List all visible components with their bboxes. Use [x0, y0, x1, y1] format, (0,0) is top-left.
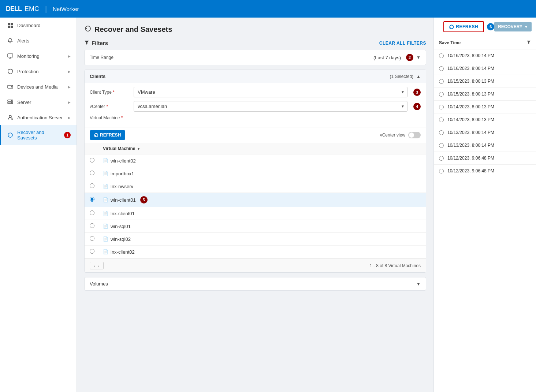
right-panel-actions: REFRESH 6 RECOVERY ▼: [434, 18, 536, 36]
client-type-select-wrapper: VMware ▼: [134, 87, 407, 97]
save-time-value-6: 10/14/2023, 8:00:13 PM: [447, 117, 494, 122]
svg-rect-4: [8, 54, 13, 57]
vcenter-select-wrapper: vcsa.amer.lan ▼: [134, 101, 407, 112]
sidebar-item-dashboard[interactable]: Dashboard: [0, 18, 77, 33]
save-time-filter-icon[interactable]: [526, 40, 531, 45]
vcenter-select[interactable]: vcsa.amer.lan: [134, 101, 407, 112]
save-time-radio-8[interactable]: [439, 143, 444, 148]
sidebar-label-server: Server: [17, 100, 64, 105]
svg-rect-2: [8, 26, 10, 28]
vm-refresh-button[interactable]: REFRESH: [90, 130, 125, 140]
vm-radio-lnx-client01[interactable]: [90, 210, 94, 215]
save-time-radio-4[interactable]: [439, 92, 444, 97]
save-time-radio-9[interactable]: [439, 156, 444, 161]
vm-radio-win-sql01[interactable]: [90, 223, 94, 228]
vcenter-label: vCenter *: [90, 104, 130, 109]
save-time-header: Save Time: [434, 36, 536, 49]
vcenter-row: vCenter * vcsa.amer.lan ▼ 4: [90, 101, 421, 112]
vm-radio-lnx-client02[interactable]: [90, 249, 94, 254]
save-time-row: 10/12/2023, 9:06:48 PM: [434, 152, 536, 165]
recovery-button[interactable]: RECOVERY ▼: [494, 22, 532, 31]
filters-label: Filters: [92, 40, 108, 46]
sidebar-item-devices-media[interactable]: Devices and Media ▶: [0, 79, 77, 94]
svg-point-10: [11, 102, 12, 103]
save-time-radio-1[interactable]: [439, 53, 444, 58]
vm-radio-win-client02[interactable]: [90, 158, 94, 163]
save-time-row: 10/14/2023, 8:00:13 PM: [434, 101, 536, 113]
save-time-value-1: 10/16/2023, 8:00:14 PM: [447, 53, 494, 58]
vm-radio-win-client01[interactable]: [90, 197, 94, 202]
table-row: 📄 importbox1: [85, 167, 426, 180]
sidebar-item-protection[interactable]: Protection ▶: [0, 64, 77, 79]
vm-radio-win-sql02[interactable]: [90, 236, 94, 241]
sidebar-item-monitoring[interactable]: Monitoring ▶: [0, 48, 77, 64]
save-time-radio-5[interactable]: [439, 105, 444, 109]
time-range-expand-icon[interactable]: ▼: [416, 55, 421, 60]
sidebar-label-recover-savesets: Recover and Savesets: [17, 130, 60, 141]
auth-icon: [7, 114, 14, 121]
save-time-radio-10[interactable]: [439, 169, 444, 173]
vcenter-step-badge: 4: [413, 103, 421, 110]
client-type-row: Client Type * VMware ▼ 3: [90, 87, 421, 97]
sidebar-item-alerts[interactable]: Alerts: [0, 33, 77, 48]
clients-filter: Clients (1 Selected) ▲ Client Type * VMw…: [84, 70, 426, 273]
time-range-filter: Time Range (Last 7 days) 2 ▼: [84, 50, 426, 65]
vm-icon: 📄: [103, 236, 108, 242]
sidebar-label-auth-server: Authentication Server: [17, 115, 64, 120]
save-time-radio-3[interactable]: [439, 79, 444, 84]
vcenter-view-switch[interactable]: [408, 132, 421, 138]
svg-rect-1: [11, 23, 13, 25]
save-time-row: 10/14/2023, 8:00:13 PM: [434, 113, 536, 126]
vm-name: win-sql02: [111, 236, 131, 242]
column-toggle-button[interactable]: ⋮⋮: [90, 262, 104, 269]
client-type-select[interactable]: VMware: [134, 87, 407, 97]
sidebar-item-server[interactable]: Server ▶: [0, 94, 77, 110]
filters-header: Filters CLEAR ALL FILTERS: [84, 40, 426, 46]
save-time-row: 10/12/2023, 9:06:48 PM: [434, 165, 536, 177]
time-range-row: Time Range (Last 7 days) 2 ▼: [85, 50, 426, 65]
sidebar-item-recover-savesets[interactable]: Recover and Savesets 1: [0, 125, 77, 145]
chevron-right-icon: ▶: [68, 116, 71, 120]
save-times-list: 10/16/2023, 8:00:14 PM 10/16/2023, 8:00:…: [434, 49, 536, 392]
recover-savesets-badge: 1: [64, 132, 71, 138]
filter-icon: [84, 40, 89, 46]
page-title: Recover and Savesets: [94, 25, 172, 34]
app-header: DELLEMC | NetWorker: [0, 0, 536, 18]
save-time-radio-7[interactable]: [439, 130, 444, 135]
right-panel: REFRESH 6 RECOVERY ▼ Save Time: [433, 18, 536, 392]
table-row-selected: 📄 win-client01 5: [85, 193, 426, 207]
volumes-expand-icon[interactable]: ▼: [416, 281, 421, 287]
toggle-knob: [409, 132, 414, 138]
time-range-step-badge: 2: [406, 54, 413, 61]
save-time-value-9: 10/12/2023, 9:06:48 PM: [447, 156, 494, 161]
sidebar-item-auth-server[interactable]: Authentication Server ▶: [0, 110, 77, 125]
save-time-value-7: 10/13/2023, 8:00:14 PM: [447, 130, 494, 135]
refresh-button[interactable]: REFRESH: [443, 21, 484, 32]
vm-name: lnx-client02: [111, 249, 135, 255]
svg-rect-3: [11, 26, 13, 28]
filters-title: Filters: [84, 40, 108, 46]
vm-controls-left: REFRESH: [90, 130, 125, 140]
vm-name: importbox1: [111, 171, 134, 176]
save-time-radio-6[interactable]: [439, 117, 444, 122]
bell-icon: [7, 37, 14, 44]
table-row: 📄 win-sql01: [85, 220, 426, 233]
save-time-row: 10/15/2023, 8:00:13 PM: [434, 88, 536, 101]
app-name: NetWorker: [53, 6, 79, 12]
vm-icon: 📄: [103, 197, 108, 202]
vm-icon: 📄: [103, 249, 108, 254]
vm-name: lnx-client01: [111, 211, 135, 216]
vm-table-footer: ⋮⋮ 1 - 8 of 8 Virtual Machines: [85, 258, 426, 272]
sidebar-label-devices-media: Devices and Media: [17, 84, 64, 90]
header-divider: |: [45, 5, 47, 13]
vm-icon: 📄: [103, 184, 108, 189]
clients-collapse-icon[interactable]: ▲: [416, 74, 421, 79]
save-time-radio-2[interactable]: [439, 66, 444, 71]
vm-icon: 📄: [103, 224, 108, 229]
svg-rect-0: [8, 23, 10, 25]
vm-radio-importbox1[interactable]: [90, 171, 94, 175]
vm-radio-lnx-nwserv[interactable]: [90, 183, 94, 188]
clear-all-filters-button[interactable]: CLEAR ALL FILTERS: [379, 41, 426, 46]
vm-name-filter-icon[interactable]: ▼: [137, 147, 140, 151]
vm-name: win-client02: [111, 158, 136, 164]
